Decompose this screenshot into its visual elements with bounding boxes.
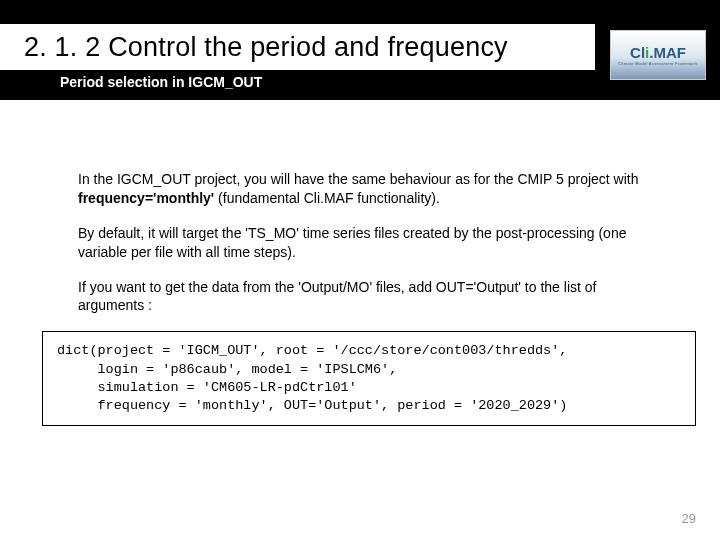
climaf-logo: Cli.MAF Climate Model Assessment Framewo… — [610, 30, 706, 80]
paragraph-3: If you want to get the data from the 'Ou… — [78, 278, 660, 316]
slide-body: In the IGCM_OUT project, you will have t… — [0, 100, 720, 426]
logo-post: .MAF — [649, 44, 686, 61]
page-number: 29 — [682, 511, 696, 526]
slide-title: 2. 1. 2 Control the period and frequency — [24, 32, 508, 63]
logo-text: Cli.MAF — [630, 44, 686, 61]
title-bar: 2. 1. 2 Control the period and frequency — [0, 24, 595, 70]
slide-header: 2. 1. 2 Control the period and frequency… — [0, 0, 720, 100]
paragraph-2: By default, it will target the 'TS_MO' t… — [78, 224, 660, 262]
slide-subtitle: Period selection in IGCM_OUT — [60, 74, 262, 90]
paragraph-1: In the IGCM_OUT project, you will have t… — [78, 170, 660, 208]
p1-part-c: (fundamental Cli.MAF functionality). — [214, 190, 440, 206]
code-block: dict(project = 'IGCM_OUT', root = '/ccc/… — [42, 331, 696, 426]
logo-pre: Cl — [630, 44, 645, 61]
p1-part-a: In the IGCM_OUT project, you will have t… — [78, 171, 639, 187]
p1-bold: frequency='monthly' — [78, 190, 214, 206]
logo-tagline: Climate Model Assessment Framework — [618, 61, 698, 66]
